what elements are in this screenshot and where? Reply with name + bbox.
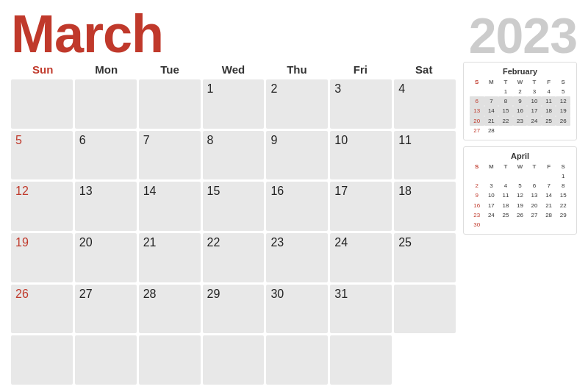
calendar-header: March 2023	[11, 7, 577, 60]
mini-cell: 19	[513, 201, 528, 210]
cal-cell: 14	[139, 182, 201, 231]
february-title: February	[470, 67, 570, 76]
day-header-mon: Mon	[74, 62, 137, 77]
mini-cell: 15	[498, 106, 513, 115]
day-header-sat: Sat	[392, 62, 456, 77]
cal-cell: 7	[139, 131, 201, 180]
cal-cell: 26	[11, 285, 73, 334]
mini-cell: 8	[556, 181, 570, 190]
mini-cell: 10	[484, 190, 499, 200]
mini-cell	[484, 220, 499, 229]
cal-cell: 16	[266, 182, 328, 231]
mini-cell: 14	[542, 190, 556, 200]
mini-cell: 22	[556, 201, 570, 210]
mini-day-header: S	[556, 163, 570, 170]
mini-day-header: T	[527, 79, 542, 85]
mini-cell	[542, 220, 556, 229]
cal-cell: 27	[75, 285, 137, 334]
mini-cell: 3	[527, 87, 542, 96]
main-area: SunMonTueWedThuFriSat 123456789101112131…	[11, 62, 577, 385]
mini-cell: 27	[527, 210, 542, 220]
day-header-thu: Thu	[265, 62, 329, 77]
mini-cell: 25	[542, 116, 556, 126]
mini-day-header: F	[542, 79, 556, 85]
mini-cell: 17	[484, 201, 499, 210]
mini-cell: 24	[484, 210, 499, 220]
mini-day-header: S	[470, 163, 484, 170]
mini-cell	[470, 87, 484, 96]
mini-cell: 7	[542, 181, 556, 190]
mini-cell: 29	[556, 210, 570, 220]
mini-cell: 10	[527, 96, 542, 106]
mini-cell: 15	[556, 190, 570, 200]
cal-cell: 11	[394, 131, 456, 180]
cal-cell: 9	[266, 131, 328, 180]
mini-cell: 27	[470, 126, 484, 135]
mini-cell: 11	[542, 96, 556, 106]
big-calendar: SunMonTueWedThuFriSat 123456789101112131…	[11, 62, 456, 385]
mini-cell: 23	[513, 116, 528, 126]
mini-cell: 20	[527, 201, 542, 210]
mini-cell	[542, 126, 556, 135]
mini-day-header: M	[484, 79, 499, 85]
mini-cell	[527, 171, 542, 181]
mini-cell: 21	[542, 201, 556, 210]
mini-cell: 25	[498, 210, 513, 220]
mini-cell: 5	[513, 181, 528, 190]
cal-cell	[11, 79, 73, 129]
mini-cell	[556, 220, 570, 229]
apr-day-headers: SMTWTFS	[470, 163, 570, 170]
mini-cell	[527, 126, 542, 135]
mini-day-header: W	[513, 163, 528, 170]
mini-cell: 1	[556, 171, 570, 181]
mini-day-header: S	[470, 79, 484, 85]
mini-cell	[527, 220, 542, 229]
day-header-sun: Sun	[11, 62, 74, 77]
cal-cell: 1	[203, 79, 265, 129]
mini-day-header: T	[527, 163, 542, 170]
mini-cell	[484, 87, 499, 96]
calendar-grid: 1234567891011121314151617181920212223242…	[11, 79, 456, 385]
mini-day-header: T	[498, 163, 513, 170]
mini-cell: 5	[556, 87, 570, 96]
cal-cell	[75, 79, 137, 129]
mini-cell: 28	[542, 210, 556, 220]
mini-cell: 2	[513, 87, 528, 96]
mini-day-header: F	[542, 163, 556, 170]
mini-cell: 13	[527, 190, 542, 200]
cal-cell: 17	[330, 182, 392, 231]
mini-cell: 9	[470, 190, 484, 200]
mini-cell: 26	[513, 210, 528, 220]
mini-cell: 23	[470, 210, 484, 220]
mini-cell: 26	[556, 116, 570, 126]
mini-cell: 22	[498, 116, 513, 126]
mini-cell	[498, 220, 513, 229]
mini-cell: 3	[484, 181, 499, 190]
mini-cell: 17	[527, 106, 542, 115]
cal-cell: 4	[394, 79, 456, 129]
mini-cell	[513, 171, 528, 181]
mini-cell	[513, 126, 528, 135]
mini-cell: 13	[470, 106, 484, 115]
mini-cell: 12	[556, 96, 570, 106]
feb-grid: 1234567891011121314151617181920212223242…	[470, 87, 570, 135]
mini-cell	[542, 171, 556, 181]
cal-cell	[139, 79, 201, 129]
mini-cell: 19	[556, 106, 570, 115]
mini-cell: 18	[498, 201, 513, 210]
mini-cell	[498, 126, 513, 135]
mini-cell: 16	[513, 106, 528, 115]
mini-cell: 2	[470, 181, 484, 190]
cal-cell: 12	[11, 182, 73, 231]
apr-grid: 1234567891011121314151617181920212223242…	[470, 171, 570, 229]
cal-cell: 3	[330, 79, 392, 129]
cal-cell: 18	[394, 182, 456, 231]
day-header-tue: Tue	[138, 62, 201, 77]
mini-cell: 6	[470, 96, 484, 106]
cal-cell	[203, 335, 265, 385]
cal-cell: 29	[203, 285, 265, 334]
mini-cell: 24	[527, 116, 542, 126]
cal-cell: 13	[75, 182, 137, 231]
day-header-fri: Fri	[329, 62, 392, 77]
cal-cell: 5	[11, 131, 73, 180]
